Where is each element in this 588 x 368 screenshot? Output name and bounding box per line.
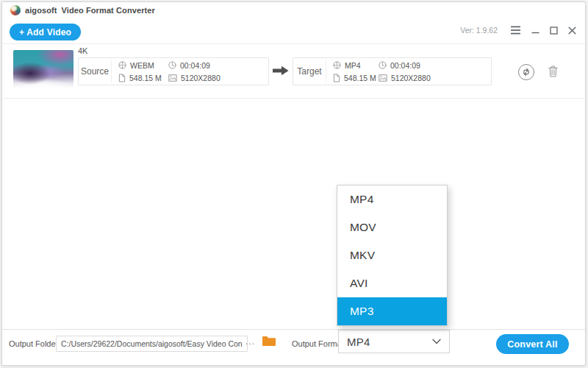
format-option-avi[interactable]: AVI [337,269,447,297]
row-divider [2,98,585,99]
toolbar-divider [2,43,585,44]
trash-icon[interactable] [548,66,558,77]
add-video-button[interactable]: + Add Video [10,24,81,40]
brand-name: aigosoft [25,6,57,15]
source-info-panel: Source WEBM 00:04:09 548.15 M 5120X2880 [78,57,269,85]
format-option-mov[interactable]: MOV [337,213,447,241]
window-frame [1,1,586,366]
convert-cycle-icon [520,66,532,78]
target-format: MP4 [333,61,379,70]
close-icon[interactable] [568,26,576,35]
output-format-menu: MP4 MOV MKV AVI MP3 [337,185,448,326]
format-option-mp3[interactable]: MP3 [337,297,447,325]
output-folder-input[interactable] [56,336,248,352]
folder-icon[interactable] [262,335,276,347]
file-size-icon [118,74,126,82]
app-logo-icon [10,5,21,15]
target-label: Target [293,58,326,85]
target-size: 548.15 M [333,74,379,82]
source-label: Source [79,58,111,85]
target-info-panel: Target MP4 00:04:09 548.15 M 5120X2880 [293,57,492,85]
footer-divider [2,329,585,330]
maximize-icon[interactable] [550,26,558,35]
resolution-icon [168,74,177,82]
convert-item-button[interactable] [518,64,534,80]
clock-icon [379,61,387,69]
file-size-icon [333,74,340,82]
format-option-mkv[interactable]: MKV [337,241,447,269]
clock-icon [168,61,176,69]
source-resolution: 5120X2880 [168,74,220,82]
convert-all-button[interactable]: Convert All [496,334,569,354]
film-reel-icon [333,61,341,69]
resolution-icon [379,74,387,82]
video-thumbnail[interactable] [13,50,74,88]
source-stats: WEBM 00:04:09 548.15 M 5120X2880 [112,58,220,85]
source-format: WEBM [118,61,168,70]
target-resolution: 5120X2880 [379,74,431,82]
version-label: Ver: 1.9.62 [460,26,498,35]
menu-icon[interactable] [510,26,521,35]
titlebar: aigosoft Video Format Converter [10,5,155,15]
format-option-mp4[interactable]: MP4 [337,185,447,213]
arrow-right-icon [273,66,289,76]
source-duration: 00:04:09 [168,61,220,70]
browse-ellipsis-button[interactable]: ... [245,336,255,347]
quality-badge: 4K [78,46,87,55]
output-format-select[interactable]: MP4 [338,330,450,353]
film-reel-icon [118,61,126,69]
target-stats: MP4 00:04:09 548.15 M 5120X2880 [326,58,431,85]
minimize-icon[interactable] [531,26,539,35]
output-folder-label: Output Folder: [9,339,60,348]
chevron-down-icon [432,339,441,344]
app-window: aigosoft Video Format Converter + Add Vi… [0,0,588,368]
selected-format-value: MP4 [339,336,432,348]
window-controls: Ver: 1.9.62 [460,21,576,39]
page-title: Video Format Converter [62,6,155,15]
source-size: 548.15 M [118,74,168,82]
target-duration: 00:04:09 [379,61,431,70]
